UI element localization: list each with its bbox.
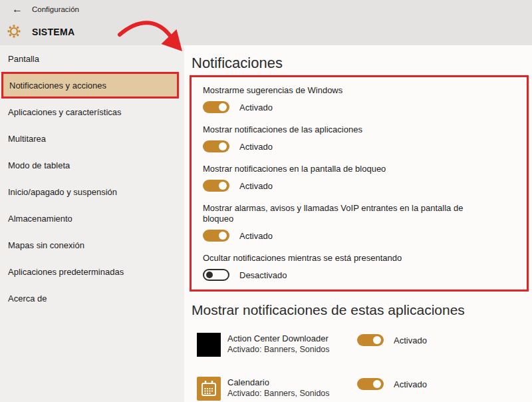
lockscreen-notifications-toggle[interactable]	[203, 180, 229, 192]
toggle-state-label: Activado	[239, 231, 273, 241]
app-title: Configuración	[32, 5, 79, 13]
sidebar-item-acerca-de[interactable]: Acerca de	[0, 285, 184, 311]
sidebar: Pantalla Notificaciones y acciones Aplic…	[0, 45, 184, 402]
toggle-knob	[373, 380, 381, 388]
toggle-state-label: Activado	[239, 102, 273, 112]
toggle-knob	[219, 103, 227, 111]
toggle-state-label: Desactivado	[239, 270, 287, 280]
app-row-calendario: Calendario Activado: Banners, Sonidos Ac…	[197, 377, 532, 401]
alarms-voip-toggle[interactable]	[203, 230, 229, 242]
setting-label: Mostrar notificaciones en la pantalla de…	[203, 164, 469, 174]
setting-app-notifications: Mostrar notificaciones de las aplicacion…	[203, 124, 527, 152]
action-center-downloader-icon	[197, 333, 221, 357]
action-center-downloader-toggle[interactable]	[357, 334, 384, 346]
setting-hide-while-presenting: Ocultar notificaciones mientras se está …	[203, 253, 527, 281]
back-icon[interactable]: ←	[12, 3, 23, 15]
settings-window: ← Configuración SISTEMA	[0, 0, 532, 402]
toggle-knob	[219, 232, 227, 240]
apps-notifications-heading: Mostrar notificaciones de estas aplicaci…	[192, 302, 532, 318]
sidebar-item-aplicaciones-y-caracteristicas[interactable]: Aplicaciones y características	[0, 99, 184, 125]
sidebar-item-almacenamiento[interactable]: Almacenamiento	[0, 205, 184, 232]
toggle-state-label: Activado	[239, 142, 273, 152]
setting-alarms-voip: Mostrar alarmas, avisos y llamadas VoIP …	[203, 203, 527, 242]
main-content: Notificaciones Mostrarme sugerencias de …	[184, 45, 532, 402]
windows-tips-toggle[interactable]	[203, 101, 229, 113]
toggle-state-label: Activado	[239, 181, 273, 191]
setting-lockscreen-notifications: Mostrar notificaciones en la pantalla de…	[203, 164, 527, 192]
sidebar-item-multitarea[interactable]: Multitarea	[0, 125, 184, 152]
sidebar-item-inicio-apagado-suspension[interactable]: Inicio/apagado y suspensión	[0, 178, 184, 205]
notifications-heading: Notificaciones	[192, 55, 532, 72]
toggle-knob	[373, 336, 381, 344]
app-detail: Activado: Banners, Sonidos	[227, 344, 357, 355]
app-row-action-center-downloader: Action Center Downloader Activado: Banne…	[197, 333, 532, 357]
toggle-state-label: Activado	[394, 335, 427, 345]
sidebar-item-pantalla[interactable]: Pantalla	[0, 45, 184, 72]
calendario-toggle[interactable]	[357, 378, 384, 390]
toggle-knob	[219, 142, 227, 150]
setting-label: Mostrarme sugerencias de Windows	[203, 85, 469, 96]
app-name: Action Center Downloader	[227, 333, 357, 344]
page-title: SISTEMA	[32, 27, 74, 37]
hide-while-presenting-toggle[interactable]	[203, 269, 229, 281]
sidebar-item-aplicaciones-predeterminadas[interactable]: Aplicaciones predeterminadas	[0, 258, 184, 285]
toggle-knob	[219, 182, 227, 190]
sidebar-item-notificaciones-y-acciones[interactable]: Notificaciones y acciones	[1, 72, 179, 99]
setting-label: Mostrar notificaciones de las aplicacion…	[203, 124, 469, 135]
sidebar-item-modo-de-tableta[interactable]: Modo de tableta	[0, 152, 184, 178]
gear-icon	[6, 23, 22, 39]
app-name: Calendario	[227, 377, 357, 388]
titlebar: ← Configuración SISTEMA	[0, 0, 532, 45]
red-box-annotation: Mostrarme sugerencias de Windows Activad…	[190, 75, 529, 292]
app-detail: Activado: Banners, Sonidos	[227, 388, 357, 399]
setting-label: Mostrar alarmas, avisos y llamadas VoIP …	[203, 203, 469, 224]
setting-windows-tips: Mostrarme sugerencias de Windows Activad…	[203, 85, 527, 113]
toggle-state-label: Activado	[394, 379, 427, 389]
calendario-icon	[197, 377, 221, 401]
setting-label: Ocultar notificaciones mientras se está …	[203, 253, 469, 264]
sidebar-item-mapas-sin-conexion[interactable]: Mapas sin conexión	[0, 232, 184, 258]
app-notifications-toggle[interactable]	[203, 140, 229, 152]
toggle-knob	[206, 272, 213, 278]
